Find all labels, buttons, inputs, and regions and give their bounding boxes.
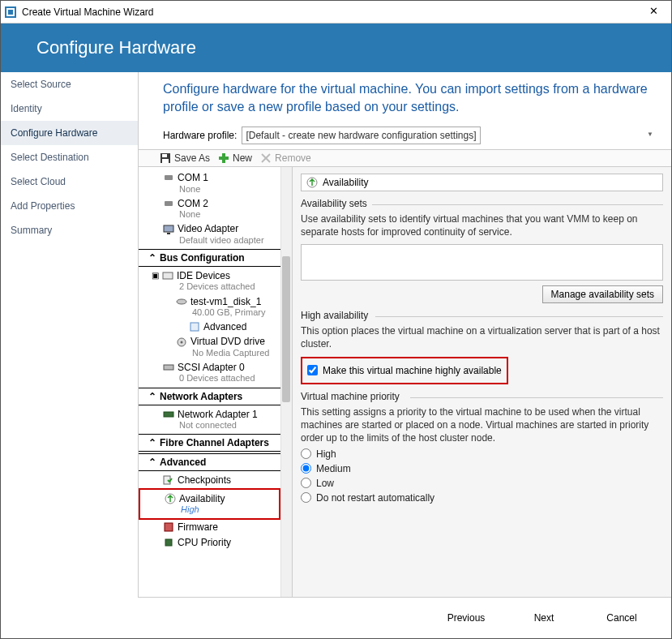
- ha-checkbox-row[interactable]: Make this virtual machine highly availab…: [307, 365, 502, 376]
- monitor-icon: [163, 224, 174, 235]
- tree-com2[interactable]: COM 2 None: [139, 196, 292, 222]
- content: COM 1 None COM 2 None Video Adapter Defa…: [139, 167, 671, 598]
- step-select-source[interactable]: Select Source: [1, 72, 138, 96]
- expand-icon: ▣: [152, 271, 159, 281]
- hardware-profile-select[interactable]: [Default - create new hardware configura…: [242, 127, 481, 144]
- serial-port-icon: [163, 172, 174, 183]
- svg-rect-21: [164, 476, 170, 484]
- hardware-profile-row: Hardware profile: [Default - create new …: [139, 123, 671, 149]
- step-identity[interactable]: Identity: [1, 96, 138, 121]
- section-network-adapters[interactable]: ⌃Network Adapters: [139, 388, 280, 405]
- nic-icon: [163, 409, 174, 420]
- priority-high[interactable]: High: [301, 448, 663, 460]
- footer: Previous Next Cancel: [1, 598, 671, 638]
- section-advanced[interactable]: ⌃Advanced: [139, 453, 280, 471]
- svg-rect-24: [165, 539, 172, 546]
- svg-point-15: [177, 299, 186, 304]
- collapse-icon: ⌃: [148, 437, 156, 448]
- legend-high-availability: High availability: [301, 310, 663, 321]
- serial-port-icon: [163, 198, 174, 209]
- title-bar: Create Virtual Machine Wizard ✕: [1, 1, 671, 24]
- vm-priority-desc: This setting assigns a priority to the v…: [301, 405, 663, 445]
- svg-rect-13: [167, 233, 170, 234]
- vm-priority-radios: High Medium Low Do not restart automatic…: [301, 448, 663, 504]
- tree-firmware[interactable]: Firmware: [139, 520, 292, 534]
- svg-rect-2: [8, 10, 13, 15]
- tree-availability[interactable]: Availability High: [140, 491, 279, 517]
- main-panel: Configure hardware for the virtual machi…: [139, 72, 671, 598]
- tree-com1[interactable]: COM 1 None: [139, 170, 292, 196]
- main-summary: Configure hardware for the virtual machi…: [139, 72, 671, 123]
- tree-virtual-dvd[interactable]: Virtual DVD drive No Media Captured: [139, 334, 292, 360]
- high-availability-desc: This option places the virtual machine o…: [301, 324, 663, 350]
- ha-checkbox[interactable]: [307, 365, 318, 375]
- x-icon: [260, 152, 272, 164]
- priority-medium[interactable]: Medium: [301, 463, 663, 474]
- chevron-down-icon: ▼: [647, 131, 653, 138]
- svg-rect-5: [162, 159, 169, 163]
- banner: Configure Hardware: [1, 24, 671, 72]
- tree-disk-1[interactable]: test-vm1_disk_1 40.00 GB, Primary: [139, 294, 292, 320]
- svg-rect-19: [164, 365, 173, 370]
- tree-video-adapter[interactable]: Video Adapter Default video adapter: [139, 221, 292, 247]
- previous-button[interactable]: Previous: [431, 612, 501, 624]
- svg-rect-11: [165, 201, 173, 206]
- tree-checkpoints[interactable]: Checkpoints: [139, 473, 292, 487]
- svg-rect-10: [165, 175, 173, 180]
- checkpoints-icon: [163, 474, 174, 486]
- step-select-cloud[interactable]: Select Cloud: [1, 169, 138, 194]
- save-as-button[interactable]: Save As: [160, 152, 210, 164]
- availability-icon: [165, 493, 176, 504]
- highlight-availability: Availability High: [139, 488, 280, 521]
- scrollbar[interactable]: [280, 167, 292, 597]
- svg-rect-16: [190, 323, 199, 331]
- tree-advanced-disk[interactable]: Advanced: [139, 320, 292, 334]
- collapse-icon: ⌃: [148, 252, 156, 264]
- svg-rect-12: [164, 225, 173, 232]
- priority-low[interactable]: Low: [301, 478, 663, 489]
- highlight-ha-checkbox: Make this virtual machine highly availab…: [301, 357, 508, 384]
- availability-sets-desc: Use availability sets to identify virtua…: [301, 212, 663, 238]
- remove-button: Remove: [260, 152, 311, 164]
- body: Select Source Identity Configure Hardwar…: [1, 72, 671, 598]
- step-select-destination[interactable]: Select Destination: [1, 145, 138, 169]
- legend-vm-priority: Virtual machine priority: [301, 391, 663, 402]
- scsi-icon: [163, 362, 174, 373]
- tree-cpu-priority[interactable]: CPU Priority: [139, 535, 292, 550]
- plus-icon: [218, 152, 229, 164]
- section-fibre-channel[interactable]: ⌃Fibre Channel Adapters: [139, 434, 280, 452]
- cancel-button[interactable]: Cancel: [587, 612, 657, 624]
- tree-ide-devices[interactable]: ▣IDE Devices 2 Devices attached: [139, 268, 292, 294]
- firmware-icon: [163, 521, 174, 533]
- step-configure-hardware[interactable]: Configure Hardware: [1, 121, 138, 145]
- svg-rect-7: [219, 157, 229, 160]
- wizard-steps: Select Source Identity Configure Hardwar…: [1, 72, 139, 598]
- priority-no-restart[interactable]: Do not restart automatically: [301, 492, 663, 504]
- window-title: Create Virtual Machine Wizard: [22, 6, 639, 18]
- step-summary[interactable]: Summary: [1, 218, 138, 242]
- floppy-icon: [160, 152, 171, 164]
- availability-sets-list[interactable]: [301, 244, 663, 281]
- tree-network-adapter-1[interactable]: Network Adapter 1 Not connected: [139, 407, 292, 433]
- section-bus-configuration[interactable]: ⌃Bus Configuration: [139, 249, 280, 267]
- tree-scsi-adapter[interactable]: SCSI Adapter 0 0 Devices attached: [139, 360, 292, 386]
- svg-rect-14: [163, 272, 173, 279]
- advanced-icon: [189, 321, 200, 332]
- ide-icon: [162, 270, 173, 281]
- page-title: Configure Hardware: [36, 37, 196, 58]
- cpu-icon: [163, 537, 174, 548]
- next-button[interactable]: Next: [509, 612, 579, 624]
- new-button[interactable]: New: [218, 152, 252, 164]
- detail-header: Availability: [301, 174, 663, 191]
- hardware-tree[interactable]: COM 1 None COM 2 None Video Adapter Defa…: [139, 167, 293, 597]
- collapse-icon: ⌃: [148, 457, 156, 468]
- scrollbar-thumb[interactable]: [282, 256, 290, 402]
- svg-rect-4: [162, 154, 167, 157]
- hardware-profile-label: Hardware profile:: [163, 130, 237, 141]
- manage-availability-sets-button[interactable]: Manage availability sets: [542, 285, 663, 303]
- svg-rect-23: [165, 523, 173, 531]
- availability-icon: [306, 177, 318, 188]
- step-add-properties[interactable]: Add Properties: [1, 194, 138, 218]
- svg-point-18: [181, 341, 183, 343]
- close-button[interactable]: ✕: [639, 1, 668, 24]
